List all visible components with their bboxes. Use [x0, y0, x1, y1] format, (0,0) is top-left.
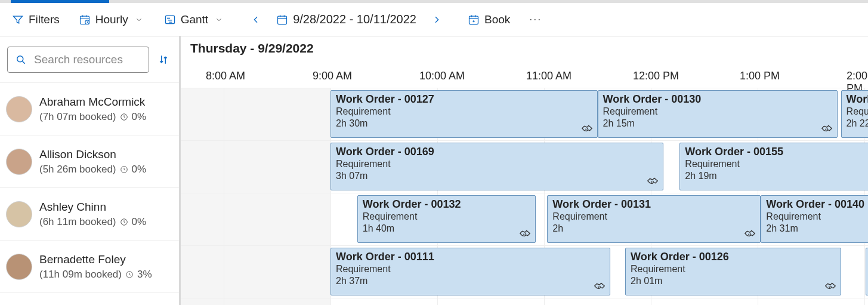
clock-icon [125, 270, 134, 279]
calendar-icon [276, 14, 288, 26]
handshake-icon [593, 279, 606, 292]
booking-sub2: 2h 30m [336, 118, 592, 130]
filters-button[interactable]: Filters [5, 8, 67, 32]
resource-name: Allison Dickson [39, 148, 146, 161]
handshake-icon [743, 227, 756, 240]
gantt-grid[interactable]: Work Order - 00127 Requirement 2h 30m Wo… [181, 88, 868, 305]
off-hours-shade [181, 88, 330, 305]
resource-row[interactable]: Ashley Chinn (6h 11m booked) 0% [0, 188, 179, 241]
view-dropdown[interactable]: Gantt [157, 8, 232, 32]
resource-subtext: (6h 11m booked) 0% [39, 216, 146, 228]
resource-subtext: (11h 09m booked) 3% [39, 269, 152, 281]
calendar-clock-icon [79, 14, 91, 26]
scale-label: Hourly [95, 13, 128, 26]
time-tick: 10:00 AM [419, 70, 465, 82]
more-options-button[interactable]: ··· [522, 13, 549, 26]
booking[interactable]: Work Order - 00131 Requirement 2h [547, 195, 761, 243]
resource-subtext: (7h 07m booked) 0% [39, 111, 146, 123]
avatar [6, 96, 32, 122]
resource-name: Bernadette Foley [39, 253, 152, 266]
booking-sub2: 2h 37m [336, 275, 605, 287]
search-input-wrap[interactable] [7, 47, 149, 73]
handshake-icon [820, 122, 833, 135]
time-tick: 11:00 AM [526, 70, 572, 82]
booking-sub2: 2h 31m [766, 223, 868, 235]
booking[interactable]: Work Order - 00155 Requirement 2h 19m [679, 143, 868, 190]
handshake-icon [646, 174, 659, 187]
date-range-label: 9/28/2022 - 10/11/2022 [293, 13, 416, 26]
search-input[interactable] [33, 53, 141, 67]
booking[interactable]: Work Order - 00127 Requirement 2h 30m [330, 90, 598, 138]
resource-row[interactable]: Allison Dickson (5h 26m booked) 0% [0, 135, 179, 188]
avatar [6, 149, 32, 175]
booking-title: Work Order - 00140 [766, 198, 868, 211]
booking-sub1: Requirement [631, 263, 836, 275]
date-range-button[interactable]: 9/28/2022 - 10/11/2022 [269, 8, 424, 32]
svg-rect-4 [469, 16, 478, 24]
gantt-icon [164, 14, 176, 26]
booking[interactable]: Work Order - 00132 Requirement 1h 40m [357, 195, 536, 243]
booking-sub1: Requirement [336, 106, 592, 118]
prev-date-button[interactable] [248, 8, 264, 32]
time-tick: 8:00 AM [206, 70, 245, 82]
handshake-icon [824, 279, 837, 292]
booking-sub2: 2h [552, 223, 755, 235]
booking-title: Work Order - 00126 [631, 251, 836, 263]
toolbar: Filters Hourly Gantt 9/28/2022 - 10/11/2… [0, 3, 868, 36]
clock-icon [120, 165, 128, 174]
booking-sub1: Requirement [685, 158, 868, 170]
scale-dropdown[interactable]: Hourly [72, 8, 152, 32]
time-tick: 9:00 AM [313, 70, 352, 82]
booking-title: Work Order - 00130 [603, 93, 833, 106]
resource-name: Abraham McCormick [39, 95, 146, 109]
booking-sub1: Requirement [603, 106, 833, 118]
booking-sub1: Requirement [847, 106, 868, 118]
resource-panel: Abraham McCormick (7h 07m booked) 0% All… [0, 36, 181, 305]
booking-sub2: 2h 15m [603, 118, 833, 130]
resource-name: Ashley Chinn [39, 201, 146, 214]
booking-sub1: Requirement [336, 263, 605, 275]
avatar [6, 201, 32, 227]
next-date-button[interactable] [428, 8, 445, 32]
view-label: Gantt [181, 13, 208, 26]
clock-icon [120, 113, 128, 121]
booking-title: Work Order - 00132 [363, 198, 530, 211]
booking[interactable]: Work Order - 00169 Requirement 3h 07m [330, 143, 663, 190]
sort-button[interactable] [155, 50, 172, 69]
resource-row[interactable]: Bernadette Foley (11h 09m booked) 3% [0, 241, 179, 293]
booking-sub1: Requirement [336, 158, 658, 170]
calendar-plus-icon [468, 14, 480, 26]
handshake-icon [518, 227, 532, 240]
book-button[interactable]: Book [461, 8, 517, 32]
svg-rect-3 [278, 16, 287, 24]
booking-sub2: 2h 01m [631, 275, 836, 287]
time-tick: 12:00 PM [633, 70, 679, 82]
booking-sub2: 2h 22m [847, 118, 868, 130]
booking[interactable]: Work Order - 00111 Requirement 2h 37m [330, 248, 610, 295]
resource-row[interactable]: Abraham McCormick (7h 07m booked) 0% [0, 83, 179, 135]
booking[interactable]: Work Order - 00140 Requirement 2h 31m [761, 195, 868, 243]
clock-icon [120, 218, 128, 226]
booking[interactable]: Work O Requirement 3h 31m [866, 248, 868, 295]
booking-title: Work Order - 00169 [336, 146, 658, 158]
avatar [6, 254, 32, 280]
booking-title: Work Order - 00155 [685, 146, 868, 158]
booking-title: Work Order - 00127 [336, 93, 592, 106]
book-label: Book [484, 13, 510, 26]
filter-icon [12, 14, 24, 26]
gantt-panel: Thursday - 9/29/2022 8:00 AM9:00 AM10:00… [181, 36, 868, 305]
booking-title: Work Order - 00111 [336, 251, 605, 263]
booking-sub2: 2h 19m [685, 170, 868, 182]
handshake-icon [580, 122, 594, 135]
booking-sub2: 3h 07m [336, 170, 658, 182]
chevron-down-icon [133, 14, 145, 26]
search-icon [15, 54, 27, 66]
booking[interactable]: Work Order - 00126 Requirement 2h 01m [625, 248, 841, 295]
booking-sub1: Requirement [552, 211, 755, 223]
booking-sub1: Requirement [363, 211, 530, 223]
booking-sub2: 1h 40m [363, 223, 530, 235]
booking-title: Work Order - [847, 93, 868, 106]
booking[interactable]: Work Order - 00130 Requirement 2h 15m [598, 90, 838, 138]
chevron-down-icon [213, 14, 225, 26]
booking[interactable]: Work Order - Requirement 2h 22m [841, 90, 868, 138]
